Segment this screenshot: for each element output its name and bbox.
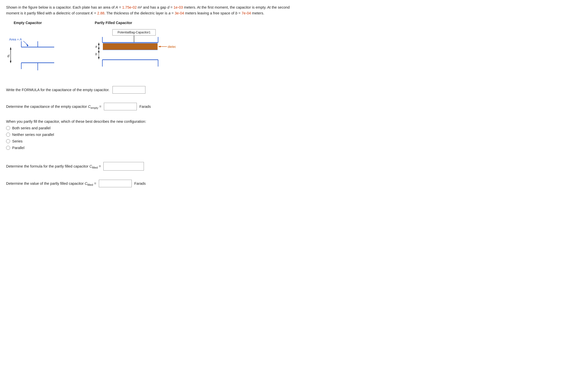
intro-a-eq: = [170, 11, 175, 15]
intro-K-unit: . The thickness of the dielectric layer … [104, 11, 168, 15]
svg-marker-22 [98, 48, 100, 50]
q1-formula-input[interactable] [112, 86, 145, 94]
svg-marker-8 [10, 61, 11, 63]
intro-b-eq: = [237, 11, 242, 15]
svg-marker-29 [98, 57, 100, 59]
intro-K-eq: = [93, 11, 97, 15]
intro-A-val: 1.75e-02 [122, 5, 137, 9]
partly-filled-capacitor-figure: Partly Filled Capacitor PotentialBag-Cap… [80, 21, 168, 78]
q3-radio-group: Both series and parallel Neither series … [6, 126, 298, 150]
q3-option-2[interactable]: Series [6, 139, 298, 143]
intro-a-unit: meters leaving a free space of [184, 11, 235, 15]
svg-text:PotentialBag-Capacitor1: PotentialBag-Capacitor1 [118, 31, 150, 34]
q5-block: Determine the value of the partly filled… [6, 180, 298, 187]
partly-cap-svg: PotentialBag-Capacitor1 a [80, 27, 176, 78]
svg-marker-7 [10, 47, 11, 50]
q5-sub: filled [87, 183, 93, 186]
q5-value-input[interactable] [99, 180, 132, 187]
intro-b-val: 7e-04 [242, 11, 251, 15]
q4-formula-input[interactable] [103, 162, 144, 171]
empty-capacitor-figure: Empty Capacitor Area = A d [6, 21, 59, 73]
q3-option-1[interactable]: Neither series nor parallel [6, 133, 298, 137]
q3-label-3: Parallel [12, 146, 24, 150]
q3-option-3[interactable]: Parallel [6, 146, 298, 150]
svg-marker-28 [98, 50, 100, 52]
q5-unit: Farads [134, 181, 146, 186]
intro-b-unit: meters. [251, 11, 264, 15]
q1-text: Write the FORMULA for the capacitance of… [6, 86, 298, 94]
empty-cap-title: Empty Capacitor [14, 21, 42, 25]
q3-radio-both[interactable] [6, 126, 10, 130]
q4-C-label: C [89, 164, 92, 168]
q4-text: Determine the formula for the partly fil… [6, 162, 298, 171]
intro-A-unit: m² and has a gap [137, 5, 167, 9]
empty-cap-svg: Area = A d [6, 27, 59, 73]
intro-K-label: K [91, 11, 93, 15]
svg-text:a: a [95, 45, 97, 48]
q3-question: When you partly fill the capacitor, whic… [6, 119, 298, 124]
intro-b-label: b [235, 11, 237, 15]
q3-label-0: Both series and parallel [12, 126, 51, 130]
q4-block: Determine the formula for the partly fil… [6, 162, 298, 171]
intro-a-val: 3e-04 [175, 11, 184, 15]
q2-sub: empty [91, 106, 98, 109]
q3-label-1: Neither series nor parallel [12, 133, 54, 137]
q3-block: When you partly fill the capacitor, whic… [6, 119, 298, 150]
q3-radio-neither[interactable] [6, 133, 10, 137]
svg-text:Area = A: Area = A [9, 37, 22, 41]
q2-unit: Farads [139, 105, 151, 109]
intro-d-eq: = [169, 5, 174, 9]
svg-text:d: d [7, 54, 10, 58]
q2-text: Determine the capacitance of the empty c… [6, 103, 298, 110]
q3-option-0[interactable]: Both series and parallel [6, 126, 298, 130]
q3-radio-parallel[interactable] [6, 146, 10, 150]
q3-radio-series[interactable] [6, 139, 10, 143]
svg-marker-34 [158, 46, 161, 47]
intro-text-1: Shown in the figure below is a capacitor… [6, 5, 116, 9]
q2-value-input[interactable] [104, 103, 137, 110]
svg-text:dielectric constant K: dielectric constant K [168, 45, 176, 49]
svg-rect-23 [103, 43, 158, 50]
intro-A-label: A [116, 5, 118, 9]
svg-text:b: b [95, 52, 97, 56]
partly-cap-title: Partly Filled Capacitor [95, 21, 132, 25]
intro-d-val: 1e-03 [174, 5, 183, 9]
figures-row: Empty Capacitor Area = A d [6, 21, 298, 78]
q2-block: Determine the capacitance of the empty c… [6, 103, 298, 110]
intro-d-label: d [167, 5, 169, 9]
q5-C-label: C [85, 181, 87, 186]
svg-line-1 [23, 41, 28, 46]
intro-A-eq: = [118, 5, 122, 9]
q4-sub: filled [92, 166, 98, 169]
q5-text: Determine the value of the partly filled… [6, 180, 298, 187]
svg-marker-21 [98, 43, 100, 45]
q1-block: Write the FORMULA for the capacitance of… [6, 86, 298, 94]
intro-K-val: 2.88 [97, 11, 104, 15]
q3-label-2: Series [12, 139, 23, 143]
intro-paragraph: Shown in the figure below is a capacitor… [6, 5, 298, 16]
q2-C-label: C [88, 105, 90, 109]
partly-cap-diagram: PotentialBag-Capacitor1 a [80, 27, 161, 78]
intro-a-label: a [168, 11, 170, 15]
